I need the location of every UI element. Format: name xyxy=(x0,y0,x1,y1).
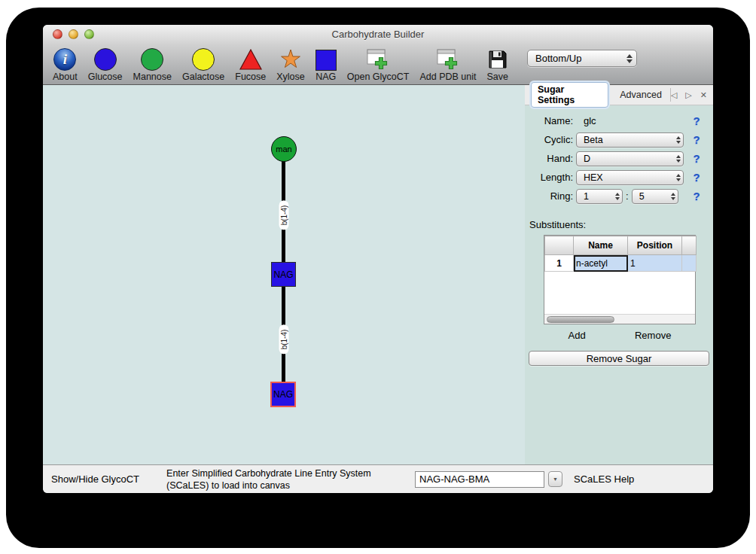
main-area: b(1-4) b(1-4) man NAG NAG Sugar Settings… xyxy=(43,85,713,464)
close-window-button[interactable] xyxy=(53,29,62,39)
window-controls xyxy=(53,29,94,39)
stepper-arrows-icon xyxy=(676,174,681,181)
add-pdb-unit-label: Add PDB unit xyxy=(419,72,476,82)
yellow-circle-icon xyxy=(192,48,215,71)
name-label: Name: xyxy=(526,115,573,126)
glucose-button[interactable]: Glucose xyxy=(83,46,128,82)
window-plus-icon xyxy=(436,46,460,71)
cyclic-select[interactable]: Beta xyxy=(576,132,684,148)
bond-label: b(1-4) xyxy=(279,201,289,230)
red-triangle-icon xyxy=(239,46,263,71)
galactose-button[interactable]: Galactose xyxy=(177,46,230,82)
tab-scroll-left-icon[interactable]: ◁ xyxy=(671,90,677,100)
info-icon: i xyxy=(53,48,76,71)
chevron-down-icon: ▼ xyxy=(553,476,558,482)
add-substituent-button[interactable]: Add xyxy=(569,330,586,341)
cyclic-row: Cyclic: Beta ? xyxy=(525,130,713,149)
save-button[interactable]: Save xyxy=(482,46,514,82)
tab-scroll-right-icon[interactable]: ▷ xyxy=(685,90,691,100)
green-circle-icon xyxy=(141,48,163,71)
tab-advanced[interactable]: Advanced xyxy=(611,88,671,102)
hand-label: Hand: xyxy=(526,153,573,164)
mannose-label: Mannose xyxy=(133,72,172,82)
sugar-settings-panel: Sugar Settings Advanced ◁ ▷ ✕ Name: glc … xyxy=(525,85,713,464)
zoom-window-button[interactable] xyxy=(84,29,94,39)
name-column-header[interactable]: Name xyxy=(574,236,628,255)
minimize-window-button[interactable] xyxy=(69,29,78,39)
stepper-arrows-icon xyxy=(615,193,620,200)
scales-prompt-label: Enter Simplified Carbohydrate Line Entry… xyxy=(166,467,409,492)
table-header-row: Name Position xyxy=(545,236,697,255)
sugar-fields: Name: glc ? Cyclic: Beta ? Hand: xyxy=(525,105,713,205)
window-title: Carbohydrate Builder xyxy=(332,29,425,40)
filler-cell xyxy=(682,255,697,272)
show-hide-glycoct-button[interactable]: Show/Hide GlycoCT xyxy=(51,473,139,485)
ring-row: Ring: 1 : 5 ? xyxy=(525,187,713,205)
length-select[interactable]: HEX xyxy=(576,170,684,185)
name-value: glc xyxy=(584,115,596,126)
title-bar[interactable]: Carbohydrate Builder xyxy=(43,25,713,44)
hand-row: Hand: D ? xyxy=(525,149,713,168)
scales-input[interactable] xyxy=(415,471,544,488)
ring-start-value: 1 xyxy=(584,191,611,202)
stepper-arrows-icon xyxy=(626,54,633,63)
open-glycoct-button[interactable]: Open GlycoCT xyxy=(342,46,415,82)
mannose-button[interactable]: Mannose xyxy=(128,46,177,82)
toolbar: i About Glucose Mannose Galactose Fucose xyxy=(43,44,713,85)
xylose-label: Xylose xyxy=(276,72,305,82)
name-row: Name: glc ? xyxy=(525,111,713,130)
mannose-node[interactable]: man xyxy=(271,136,297,162)
hand-value: D xyxy=(584,154,672,164)
hand-select[interactable]: D xyxy=(576,151,684,166)
remove-sugar-button[interactable]: Remove Sugar xyxy=(529,351,709,366)
cyclic-value: Beta xyxy=(584,135,672,145)
tab-sugar-settings[interactable]: Sugar Settings xyxy=(531,82,608,108)
help-icon[interactable]: ? xyxy=(690,190,703,202)
length-value: HEX xyxy=(584,172,672,183)
substituent-position-cell[interactable]: 1 xyxy=(628,255,682,272)
remove-substituent-button[interactable]: Remove xyxy=(635,330,671,341)
ring-end-spinner[interactable]: 5 xyxy=(632,189,678,204)
xylose-button[interactable]: Xylose xyxy=(271,46,310,82)
help-icon[interactable]: ? xyxy=(690,152,703,165)
stepper-arrows-icon xyxy=(671,193,675,200)
orange-star-icon xyxy=(279,46,302,71)
fucose-button[interactable]: Fucose xyxy=(230,46,271,82)
molecule-canvas[interactable]: b(1-4) b(1-4) man NAG NAG xyxy=(43,85,525,464)
screenshot-stage: Carbohydrate Builder i About Glucose Man… xyxy=(0,0,756,554)
substituents-table: Name Position 1 n-acetyl 1 xyxy=(544,235,696,324)
help-icon[interactable]: ? xyxy=(690,171,703,184)
build-direction-select[interactable]: Bottom/Up xyxy=(527,50,637,67)
length-row: Length: HEX ? xyxy=(525,168,713,187)
table-actions: Add Remove xyxy=(544,330,696,341)
save-label: Save xyxy=(487,72,509,82)
fucose-label: Fucose xyxy=(235,72,266,82)
about-label: About xyxy=(53,72,78,82)
ring-end-value: 5 xyxy=(639,191,666,202)
build-direction-value: Bottom/Up xyxy=(535,53,622,64)
scales-help-button[interactable]: SCaLES Help xyxy=(574,473,634,485)
panel-close-icon[interactable]: ✕ xyxy=(700,90,707,100)
table-row[interactable]: 1 n-acetyl 1 xyxy=(545,255,697,272)
add-pdb-unit-button[interactable]: Add PDB unit xyxy=(414,46,481,82)
scales-dropdown-button[interactable]: ▼ xyxy=(548,471,562,487)
open-glycoct-label: Open GlycoCT xyxy=(347,72,410,82)
length-label: Length: xyxy=(526,172,573,183)
row-number-cell[interactable]: 1 xyxy=(545,255,574,272)
scrollbar-thumb[interactable] xyxy=(547,316,614,323)
help-icon[interactable]: ? xyxy=(690,133,703,146)
filler-column-header xyxy=(682,236,697,255)
substituent-name-cell[interactable]: n-acetyl xyxy=(574,255,628,272)
nag-node[interactable]: NAG xyxy=(271,262,296,287)
nag-button[interactable]: NAG xyxy=(310,46,342,82)
about-button[interactable]: i About xyxy=(47,46,83,82)
help-icon[interactable]: ? xyxy=(690,114,703,127)
window-plus-icon xyxy=(366,46,390,71)
table-horizontal-scrollbar[interactable] xyxy=(544,314,695,324)
substituents-title: Substituents: xyxy=(529,219,713,230)
ring-start-spinner[interactable]: 1 xyxy=(576,189,623,204)
table-empty-area xyxy=(544,272,695,314)
position-column-header[interactable]: Position xyxy=(628,236,682,255)
panel-tab-bar: Sugar Settings Advanced ◁ ▷ ✕ xyxy=(525,85,713,105)
nag-node-selected[interactable]: NAG xyxy=(270,382,296,407)
